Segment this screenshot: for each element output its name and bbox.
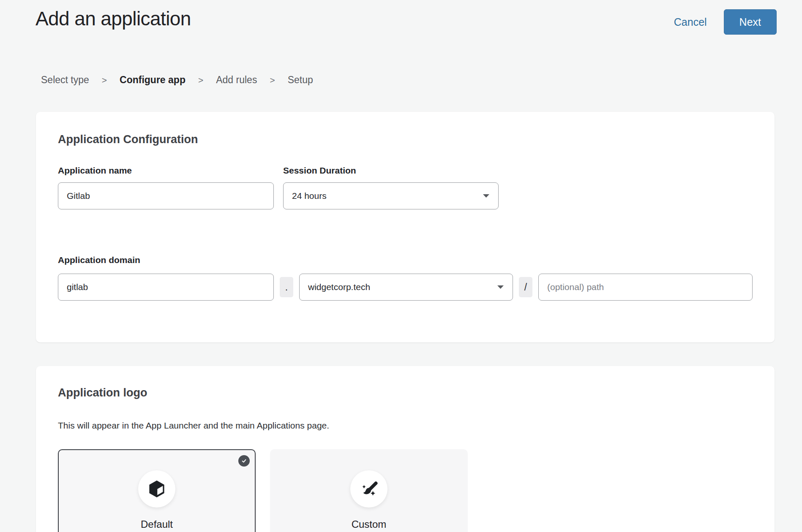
- chevron-down-icon: [483, 194, 490, 198]
- subdomain-input[interactable]: [58, 274, 274, 301]
- session-duration-value: 24 hours: [292, 191, 327, 201]
- dot-separator: .: [280, 277, 293, 297]
- slash-separator: /: [519, 277, 532, 297]
- selected-check-icon: [238, 455, 250, 467]
- breadcrumb-step-configure-app[interactable]: Configure app: [120, 74, 185, 86]
- logo-option-default[interactable]: Default: [58, 449, 256, 532]
- name-session-row: Application name Session Duration 24 hou…: [58, 166, 753, 209]
- breadcrumb-step-select-type[interactable]: Select type: [41, 74, 89, 86]
- breadcrumb-separator: >: [198, 75, 203, 85]
- application-configuration-card: Application Configuration Application na…: [36, 112, 775, 342]
- header-actions: Cancel Next: [674, 9, 777, 35]
- logo-heading: Application logo: [58, 386, 753, 399]
- default-logo-circle: [138, 470, 175, 508]
- domain-select[interactable]: widgetcorp.tech: [299, 274, 513, 301]
- logo-options: Default Custom: [58, 449, 753, 532]
- application-name-input[interactable]: [58, 182, 274, 209]
- next-button[interactable]: Next: [724, 9, 777, 35]
- session-duration-label: Session Duration: [283, 166, 499, 176]
- custom-logo-circle: [350, 470, 387, 508]
- breadcrumb-separator: >: [270, 75, 275, 85]
- application-name-field-group: Application name: [58, 166, 274, 209]
- cube-icon: [147, 479, 166, 499]
- breadcrumb-step-add-rules[interactable]: Add rules: [216, 74, 257, 86]
- chevron-down-icon: [497, 285, 504, 289]
- logo-description: This will appear in the App Launcher and…: [58, 421, 753, 431]
- breadcrumb-step-setup[interactable]: Setup: [288, 74, 313, 86]
- logo-option-custom[interactable]: Custom: [270, 449, 468, 532]
- application-name-label: Application name: [58, 166, 274, 176]
- domain-value: widgetcorp.tech: [308, 282, 370, 292]
- page-header: Add an application Cancel Next: [0, 0, 802, 35]
- application-domain-label: Application domain: [58, 255, 753, 265]
- application-domain-field-group: Application domain: [58, 255, 753, 265]
- configuration-heading: Application Configuration: [58, 133, 753, 146]
- session-duration-select[interactable]: 24 hours: [283, 182, 499, 209]
- application-logo-card: Application logo This will appear in the…: [36, 366, 775, 532]
- paintbrush-icon: [359, 479, 379, 499]
- custom-logo-label: Custom: [271, 518, 467, 530]
- page-title: Add an application: [35, 7, 191, 30]
- application-domain-row: . widgetcorp.tech /: [58, 274, 753, 301]
- path-input[interactable]: [538, 274, 753, 301]
- breadcrumb-separator: >: [102, 75, 107, 85]
- default-logo-label: Default: [59, 518, 255, 530]
- breadcrumb: Select type > Configure app > Add rules …: [41, 74, 802, 86]
- session-duration-field-group: Session Duration 24 hours: [283, 166, 499, 209]
- cancel-button[interactable]: Cancel: [674, 16, 707, 28]
